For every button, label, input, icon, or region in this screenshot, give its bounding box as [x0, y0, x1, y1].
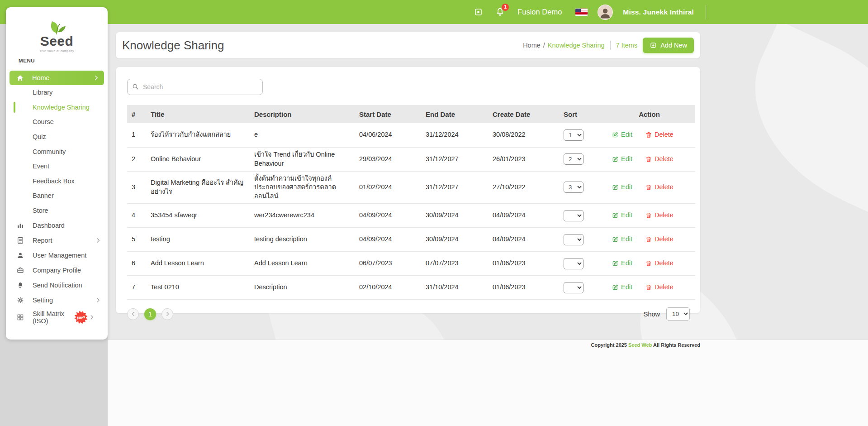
sidebar-item-community[interactable]: Community: [6, 144, 108, 159]
sidebar-item-home[interactable]: Home: [9, 71, 104, 85]
notifications-button[interactable]: 1: [494, 6, 506, 18]
row-title: ร้องไห้ราวกับกำลังแตกสลาย: [146, 123, 250, 147]
sidebar-item-store[interactable]: Store: [6, 203, 108, 218]
scan-button[interactable]: [472, 6, 484, 18]
edit-icon: [612, 260, 619, 267]
column-header-number: #: [127, 105, 146, 123]
delete-button[interactable]: Delete: [645, 259, 674, 268]
row-number: 5: [127, 228, 146, 252]
sidebar-item-send-notification[interactable]: Send Notification: [6, 278, 108, 292]
page-size-select[interactable]: 10: [666, 307, 690, 321]
row-number: 1: [127, 123, 146, 147]
sidebar-item-company-profile[interactable]: Company Profile: [6, 263, 108, 278]
column-header-action: Action: [606, 105, 695, 123]
sidebar-item-event[interactable]: Event: [6, 159, 108, 174]
sidebar-item-feedback-box[interactable]: Feedback Box: [6, 174, 108, 189]
add-new-button[interactable]: Add New: [643, 38, 694, 53]
row-start-date: 06/07/2023: [355, 252, 421, 276]
search-box: [127, 79, 263, 95]
search-icon: [132, 83, 139, 91]
sidebar-item-library[interactable]: Library: [6, 85, 108, 100]
sidebar-item-course[interactable]: Course: [6, 115, 108, 129]
row-start-date: 04/06/2024: [355, 123, 421, 147]
delete-label: Delete: [655, 211, 674, 220]
page-1-button[interactable]: 1: [144, 308, 156, 320]
row-title: 353454 sfaweqr: [146, 204, 250, 228]
row-description: Add Lesson Learn: [250, 252, 355, 276]
sort-select[interactable]: 1: [564, 129, 583, 141]
edit-button[interactable]: Edit: [612, 259, 632, 268]
trash-icon: [645, 184, 652, 191]
user-name[interactable]: Miss. Junekk Inthiral: [623, 8, 694, 16]
footer-brand-link[interactable]: Seed Web: [628, 342, 652, 348]
row-start-date: 04/09/2024: [355, 228, 421, 252]
sidebar-item-skill-matrix[interactable]: Skill Matrix (ISO) New: [6, 307, 108, 327]
edit-button[interactable]: Edit: [612, 211, 632, 220]
home-icon: [16, 74, 24, 82]
sidebar-item-setting[interactable]: Setting: [6, 292, 108, 307]
avatar[interactable]: [598, 5, 613, 20]
topbar: 1 Fusion Demo Miss. Junekk Inthiral: [0, 0, 868, 24]
row-create-date: 27/10/2022: [488, 171, 559, 204]
dashboard-icon: [16, 221, 24, 230]
items-count-badge: 7 Items: [616, 42, 638, 49]
logo-text: Seed: [40, 34, 74, 49]
page-header: Knowledge Sharing Home / Knowledge Shari…: [116, 32, 700, 58]
sidebar-item-banner[interactable]: Banner: [6, 188, 108, 203]
row-start-date: 02/10/2024: [355, 276, 421, 300]
prev-page-button[interactable]: [127, 308, 139, 320]
topbar-divider: [706, 5, 706, 19]
trash-icon: [645, 131, 652, 139]
menu-section-label: MENU: [19, 58, 108, 63]
delete-button[interactable]: Delete: [645, 130, 674, 139]
next-page-button[interactable]: [161, 308, 173, 320]
row-actions: Edit Delete: [611, 183, 692, 192]
row-title: Online Behaviour: [146, 147, 250, 171]
add-new-label: Add New: [660, 42, 687, 49]
sidebar-item-label: Store: [33, 207, 48, 214]
column-header-title: Title: [146, 105, 250, 123]
gear-icon: [16, 296, 24, 304]
sort-select[interactable]: 3: [564, 182, 583, 193]
new-badge: New: [73, 310, 89, 326]
delete-button[interactable]: Delete: [645, 283, 674, 292]
row-create-date: 30/08/2022: [488, 123, 559, 147]
edit-button[interactable]: Edit: [612, 183, 632, 192]
column-header-end-date: End Date: [421, 105, 488, 123]
delete-button[interactable]: Delete: [645, 235, 674, 244]
edit-button[interactable]: Edit: [612, 283, 632, 292]
row-description: Description: [250, 276, 355, 300]
delete-label: Delete: [655, 259, 674, 268]
delete-button[interactable]: Delete: [645, 211, 674, 220]
row-number: 6: [127, 252, 146, 276]
sort-select[interactable]: [564, 210, 583, 221]
delete-button[interactable]: Delete: [645, 183, 674, 192]
sort-select[interactable]: [564, 282, 583, 293]
sidebar-item-label: Setting: [33, 297, 95, 304]
language-flag-us[interactable]: [575, 9, 588, 16]
workspace-name[interactable]: Fusion Demo: [517, 8, 562, 16]
logo[interactable]: Seed True value of company: [6, 7, 108, 53]
sidebar-item-report[interactable]: Report: [6, 233, 108, 248]
content-panel: # Title Description Start Date End Date …: [116, 67, 700, 313]
sort-select[interactable]: [564, 258, 583, 269]
trash-icon: [645, 236, 652, 243]
breadcrumb-home-link[interactable]: Home: [523, 42, 541, 49]
search-input[interactable]: [127, 79, 263, 95]
row-create-date: 01/06/2023: [488, 252, 559, 276]
delete-button[interactable]: Delete: [645, 155, 674, 164]
edit-button[interactable]: Edit: [612, 235, 632, 244]
sort-select[interactable]: [564, 234, 583, 245]
sidebar-item-dashboard[interactable]: Dashboard: [6, 218, 108, 233]
edit-button[interactable]: Edit: [612, 130, 632, 139]
row-end-date: 31/12/2027: [421, 171, 488, 204]
row-create-date: 04/09/2024: [488, 228, 559, 252]
row-end-date: 30/09/2024: [421, 204, 488, 228]
sidebar-item-quiz[interactable]: Quiz: [6, 129, 108, 144]
sidebar-item-user-management[interactable]: User Management: [6, 248, 108, 263]
edit-button[interactable]: Edit: [612, 155, 632, 164]
edit-label: Edit: [621, 211, 632, 220]
sort-select[interactable]: 2: [564, 153, 583, 165]
sidebar-item-knowledge-sharing[interactable]: Knowledge Sharing: [6, 100, 108, 115]
row-actions: Edit Delete: [611, 211, 692, 220]
